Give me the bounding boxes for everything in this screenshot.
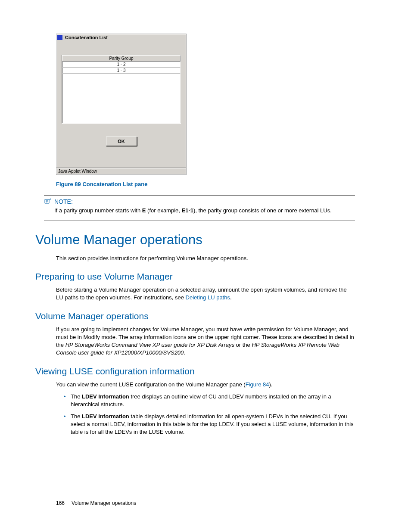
link-figure-84[interactable]: Figure 84 <box>246 381 269 388</box>
page-footer: 166 Volume Manager operations <box>56 500 136 506</box>
section-intro: This section provides instructions for p… <box>56 255 355 262</box>
note-fragment: If a parity group number starts with <box>54 207 142 214</box>
note-bold: E1-1 <box>182 207 193 214</box>
ok-button[interactable]: OK <box>106 137 137 146</box>
section-heading: Volume Manager operations <box>35 232 355 248</box>
page-number: 166 <box>56 500 65 506</box>
app-icon <box>57 35 62 40</box>
applet-title: Concatenation List <box>65 35 108 40</box>
table-row: 1 - 3 <box>62 68 181 74</box>
divider <box>44 221 355 221</box>
preparing-text: Before starting a Volume Manager operati… <box>56 286 355 302</box>
text-fragment: The <box>71 393 82 400</box>
text-fragment: You can view the current LUSE configurat… <box>56 381 246 388</box>
note-text: If a parity group number starts with E (… <box>54 207 355 215</box>
note-label: NOTE: <box>54 198 73 205</box>
viewing-bullets: The LDEV Information tree displays an ou… <box>64 393 355 436</box>
button-row: OK <box>56 137 186 146</box>
note-fragment: ), the parity group consists of one or m… <box>193 207 332 214</box>
subsection-heading-vmops: Volume Manager operations <box>35 311 355 321</box>
concatenation-list-pane: Concatenation List Parity Group 1 - 2 1 … <box>56 34 187 175</box>
link-deleting-lu-paths[interactable]: Deleting LU paths <box>186 294 230 301</box>
footer-title: Volume Manager operations <box>72 500 136 506</box>
note-icon <box>44 198 52 207</box>
divider <box>44 195 355 196</box>
text-fragment: The <box>71 413 82 420</box>
text-fragment: . <box>184 349 185 356</box>
note-fragment: (for example, <box>146 207 181 214</box>
bold-term: LDEV Information <box>82 393 129 400</box>
subsection-heading-viewing: Viewing LUSE configuration information <box>35 366 355 376</box>
viewing-intro: You can view the current LUSE configurat… <box>56 381 355 389</box>
applet-statusbar: Java Applet Window <box>56 168 186 174</box>
table-row: 1 - 2 <box>62 62 181 68</box>
list-item: The LDEV Information table displays deta… <box>64 413 355 436</box>
subsection-heading-preparing: Preparing to use Volume Manager <box>35 271 355 282</box>
text-fragment: or the <box>234 342 252 348</box>
text-fragment: . <box>230 294 232 301</box>
document-page: Concatenation List Parity Group 1 - 2 1 … <box>0 0 411 532</box>
vmops-text: If you are going to implement changes fo… <box>56 326 355 357</box>
doc-title-italic: HP StorageWorks Command View XP user gui… <box>65 342 234 348</box>
figure-caption: Figure 89 Concatenation List pane <box>56 181 355 187</box>
parity-group-list: Parity Group 1 - 2 1 - 3 <box>62 55 181 124</box>
note-block: NOTE: If a parity group number starts wi… <box>44 195 355 221</box>
text-fragment: ). <box>269 381 273 388</box>
applet-titlebar: Concatenation List <box>56 34 186 42</box>
column-header-label: Parity Group <box>109 56 133 61</box>
list-item: The LDEV Information tree displays an ou… <box>64 393 355 408</box>
column-header: Parity Group <box>62 55 181 62</box>
bold-term: LDEV Information <box>82 413 129 420</box>
